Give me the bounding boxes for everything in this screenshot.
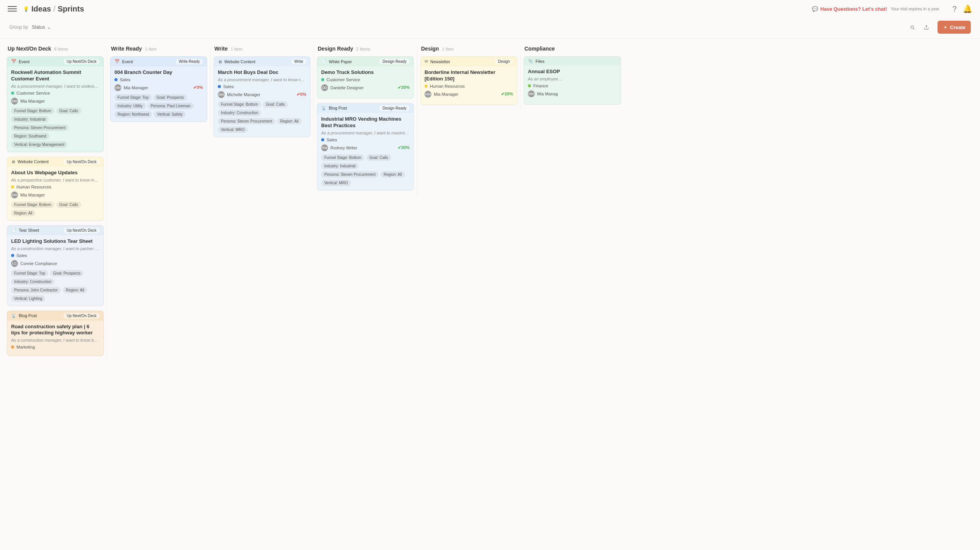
avatar: MM bbox=[114, 84, 121, 91]
card-title: March Hot Buys Deal Doc bbox=[218, 69, 306, 76]
card-tag: Region: Southwest bbox=[11, 133, 49, 139]
card-department: Customer Service bbox=[11, 91, 100, 95]
lightbulb-icon: 💡 bbox=[23, 6, 29, 12]
card[interactable]: ✉NewsletterDesignBorderline Internal New… bbox=[420, 56, 517, 105]
card-title: Rockwell Automation Summit Customer Even… bbox=[11, 69, 100, 82]
card-tag: Industry: Construction bbox=[218, 110, 261, 116]
chevron-down-icon: ⌄ bbox=[47, 25, 51, 30]
card-tag: Goal: Calls bbox=[263, 101, 288, 108]
card-tag: Persona: John Contractor bbox=[11, 287, 61, 293]
column-title: Design bbox=[421, 46, 439, 52]
card-type: 📡Blog Post bbox=[321, 106, 347, 111]
card-tag: Funnel Stage: Bottom bbox=[11, 108, 54, 114]
create-button[interactable]: ＋ Create bbox=[938, 21, 971, 34]
department-dot bbox=[114, 78, 118, 81]
card-tag: Funnel Stage: Bottom bbox=[321, 154, 364, 161]
card-tag: Region: All bbox=[277, 118, 302, 124]
card[interactable]: 🖥Website ContentWriteMarch Hot Buys Deal… bbox=[214, 56, 310, 137]
card-tag: Goal: Calls bbox=[366, 154, 391, 161]
card-type-icon: 🖥 bbox=[218, 59, 222, 64]
card[interactable]: 📅EventWrite Ready004 Branch Counter DayS… bbox=[110, 56, 207, 122]
card-tag: Region: Northwest bbox=[114, 111, 152, 118]
card-type: 📅Event bbox=[11, 59, 29, 64]
breadcrumb-separator: / bbox=[53, 5, 56, 13]
card-assignee: MMMichelle Manager bbox=[218, 91, 260, 98]
card-tag: Vertical: Lighting bbox=[11, 295, 45, 302]
avatar: MM bbox=[218, 91, 225, 98]
card-tags: Funnel Stage: BottomGoal: CallsIndustry:… bbox=[321, 154, 410, 186]
card[interactable]: 📡Blog PostUp Next/On DeckRoad constructi… bbox=[7, 311, 104, 356]
avatar: MM bbox=[11, 192, 18, 198]
card-tags: Funnel Stage: TopGoal: ProspectsIndustry… bbox=[11, 270, 100, 302]
board-column: Write1 Item🖥Website ContentWriteMarch Ho… bbox=[211, 46, 314, 142]
card-progress: ✔20% bbox=[398, 85, 410, 90]
card-tags: Funnel Stage: BottomGoal: CallsRegion: A… bbox=[11, 201, 100, 216]
avatar: MM bbox=[425, 91, 431, 98]
department-dot bbox=[11, 185, 14, 188]
hamburger-menu-icon[interactable] bbox=[8, 4, 17, 13]
chat-link[interactable]: 💬 Have Questions? Let's chat! bbox=[812, 6, 887, 12]
department-dot bbox=[425, 85, 428, 88]
board-column: Write Ready1 Item📅EventWrite Ready004 Br… bbox=[107, 46, 211, 126]
column-title: Compliance bbox=[524, 46, 555, 52]
card-department: Human Resources bbox=[11, 185, 100, 189]
card-title: Road construction safety plan | 6 tips f… bbox=[11, 324, 100, 337]
card-progress: ✔0% bbox=[193, 85, 203, 90]
card-assignee: MMMia Manager bbox=[11, 98, 45, 105]
card-tag: Region: All bbox=[381, 171, 405, 178]
card-tags: Funnel Stage: BottomGoal: CallsIndustry:… bbox=[218, 101, 306, 133]
card-department: Customer Service bbox=[321, 77, 410, 82]
card-department: Marketing bbox=[11, 345, 100, 349]
card[interactable]: 📡Blog PostDesign ReadyIndustrial MRO Ven… bbox=[317, 103, 414, 190]
board-column: Up Next/On Deck8 Items📅EventUp Next/On D… bbox=[4, 46, 107, 360]
card[interactable]: 📅EventUp Next/On DeckRockwell Automation… bbox=[7, 56, 104, 152]
card-assignee: MMMia Manager bbox=[114, 84, 148, 91]
svg-line-1 bbox=[913, 28, 914, 29]
chat-icon: 💬 bbox=[812, 6, 818, 12]
bell-icon[interactable]: 🔔 bbox=[963, 4, 972, 13]
card-tag: Goal: Prospects bbox=[154, 94, 187, 101]
card-type: ✉Newsletter bbox=[425, 59, 450, 64]
department-dot bbox=[11, 345, 14, 349]
card-assignee: RWRodney Writer bbox=[321, 144, 357, 151]
search-icon[interactable] bbox=[910, 24, 915, 31]
card-type-icon: 📄 bbox=[321, 59, 327, 64]
card-tag: Region: All bbox=[63, 287, 87, 293]
card-title: Industrial MRO Vending Machines Best Pra… bbox=[321, 116, 410, 129]
card[interactable]: 🖥Website ContentUp Next/On DeckAbout Us … bbox=[7, 157, 104, 221]
avatar: CC bbox=[11, 260, 18, 267]
card-tag: Persona: Steven Procurement bbox=[218, 118, 275, 124]
card-department: Finance bbox=[528, 83, 617, 88]
card-progress: ✔20% bbox=[398, 145, 410, 150]
card-tags: Funnel Stage: TopGoal: ProspectsIndustry… bbox=[114, 94, 203, 118]
card-tag: Region: All bbox=[11, 210, 36, 216]
topbar: 💡 Ideas / Sprints 💬 Have Questions? Let'… bbox=[0, 0, 980, 18]
card-type-icon: 📎 bbox=[528, 59, 533, 64]
help-icon[interactable]: ? bbox=[952, 5, 957, 13]
plus-icon: ＋ bbox=[943, 24, 948, 31]
card-title: 004 Branch Counter Day bbox=[114, 69, 203, 76]
card-description: As a construction manager, I want to kno… bbox=[11, 338, 100, 342]
card-progress: ✔0% bbox=[297, 92, 306, 97]
column-count: 1 Item bbox=[231, 47, 243, 51]
svg-point-0 bbox=[911, 26, 913, 28]
department-dot bbox=[11, 92, 14, 95]
card-description: As a procurement manager, I want to unde… bbox=[11, 84, 100, 88]
card[interactable]: 📎FilesAnnual ESOPAs an employee…FinanceM… bbox=[524, 56, 621, 105]
card[interactable]: 📄Tear SheetUp Next/On DeckLED Lighting S… bbox=[7, 225, 104, 306]
department-dot bbox=[321, 138, 324, 141]
column-count: 1 Item bbox=[442, 47, 454, 51]
card-type: 📄Tear Sheet bbox=[11, 228, 39, 233]
board-column: Compliance📎FilesAnnual ESOPAs an employe… bbox=[521, 46, 624, 109]
card-status-pill: Up Next/On Deck bbox=[64, 59, 100, 64]
card-type-icon: ✉ bbox=[425, 59, 428, 64]
breadcrumb-current: Sprints bbox=[58, 5, 84, 13]
card-assignee: DDDanielle Designer bbox=[321, 84, 364, 91]
group-by-selector[interactable]: Status ⌄ bbox=[32, 25, 51, 30]
card[interactable]: 📄White PaperDesign ReadyDemo Truck Solut… bbox=[317, 56, 414, 98]
share-icon[interactable] bbox=[924, 24, 929, 31]
breadcrumb-root[interactable]: Ideas bbox=[31, 5, 51, 13]
card-type: 📎Files bbox=[528, 59, 544, 64]
card-status-pill: Write Ready bbox=[176, 59, 203, 64]
card-tag: Vertical: Energy Management bbox=[11, 141, 67, 148]
